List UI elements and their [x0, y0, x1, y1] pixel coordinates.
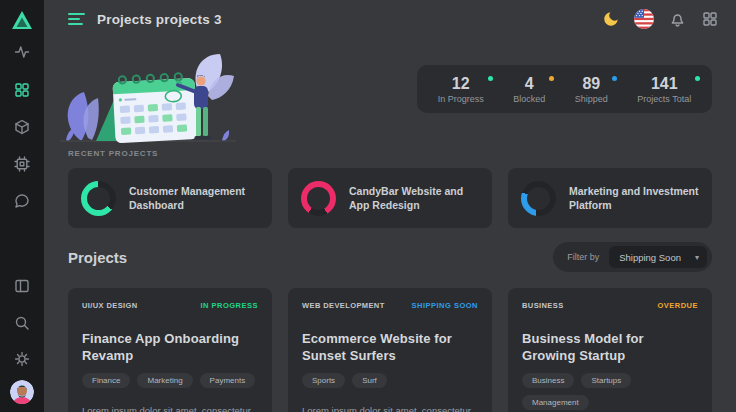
- sidebar-item-search[interactable]: [0, 311, 44, 335]
- page-title: Projects projects 3: [97, 12, 222, 27]
- filter-value: Shipping Soon: [619, 252, 681, 263]
- stat-dot: [695, 76, 700, 81]
- project-card[interactable]: UI/UX DESIGN IN PROGRESS Finance App Onb…: [68, 288, 272, 412]
- tag[interactable]: Marketing: [137, 373, 192, 388]
- user-avatar[interactable]: [10, 380, 34, 404]
- stat-dot: [549, 76, 554, 81]
- cpu-icon: [14, 156, 30, 172]
- project-card[interactable]: BUSINESS OVERDUE Business Model for Grow…: [508, 288, 712, 412]
- filter-pill: Filter by Shipping Soon ▾: [553, 242, 712, 272]
- topbar-actions: [601, 9, 720, 29]
- recent-project-card[interactable]: Marketing and Investment Platform: [508, 168, 712, 228]
- stat-label: In Progress: [438, 94, 484, 104]
- stat-label: Shipped: [575, 94, 608, 104]
- project-category: UI/UX DESIGN: [82, 301, 138, 310]
- stat-value: 89: [582, 75, 600, 93]
- tag[interactable]: Surf: [352, 373, 387, 388]
- recent-projects-row: Customer Management Dashboard CandyBar W…: [68, 168, 712, 228]
- tag[interactable]: Sports: [302, 373, 345, 388]
- recent-project-title: CandyBar Website and App Redesign: [349, 184, 480, 212]
- language-selector[interactable]: [634, 9, 654, 29]
- projects-heading: Projects: [68, 249, 127, 266]
- chevron-down-icon: ▾: [695, 253, 699, 262]
- project-cards-row: UI/UX DESIGN IN PROGRESS Finance App Onb…: [68, 288, 712, 412]
- recent-projects-label: RECENT PROJECTS: [68, 149, 158, 158]
- stat-label: Blocked: [513, 94, 545, 104]
- project-tags: Sports Surf: [302, 373, 478, 388]
- project-card[interactable]: WEB DEVELOPMENT SHIPPING SOON Ecommerce …: [288, 288, 492, 412]
- main-content: 12 In Progress 4 Blocked 89 Shipped 141 …: [44, 38, 736, 412]
- status-badge: OVERDUE: [657, 301, 698, 310]
- tag[interactable]: Management: [522, 395, 589, 410]
- project-title: Ecommerce Website for Sunset Surfers: [302, 331, 478, 364]
- avatar-image: [10, 380, 34, 404]
- stat-shipped: 89 Shipped: [575, 75, 608, 104]
- projects-header: Projects Filter by Shipping Soon ▾: [68, 241, 712, 273]
- menu-toggle-button[interactable]: [68, 13, 85, 25]
- sidebar-item-products[interactable]: [0, 115, 44, 139]
- tag[interactable]: Business: [522, 373, 574, 388]
- calendar-illustration: [58, 52, 238, 147]
- project-category: BUSINESS: [522, 301, 564, 310]
- activity-icon: [14, 44, 30, 60]
- box-icon: [14, 119, 30, 135]
- sidebar-item-messages[interactable]: [0, 189, 44, 213]
- status-badge: SHIPPING SOON: [411, 301, 478, 310]
- progress-ring: [81, 181, 116, 216]
- logo-triangle-icon: [11, 10, 33, 30]
- sidebar-item-dashboard[interactable]: [0, 78, 44, 102]
- stat-value: 4: [525, 75, 534, 93]
- bell-icon: [669, 11, 686, 28]
- apps-menu-button[interactable]: [700, 9, 720, 29]
- dark-mode-toggle[interactable]: [601, 9, 621, 29]
- sidebar-item-settings[interactable]: [0, 347, 44, 371]
- project-title: Business Model for Growing Startup: [522, 331, 698, 364]
- recent-project-card[interactable]: Customer Management Dashboard: [68, 168, 272, 228]
- search-icon: [14, 315, 30, 331]
- progress-ring: [521, 181, 556, 216]
- layout-columns-icon: [14, 278, 30, 294]
- project-title: Finance App Onboarding Revamp: [82, 331, 258, 364]
- moon-icon: [602, 10, 620, 28]
- notifications-button[interactable]: [667, 9, 687, 29]
- stats-summary-card: 12 In Progress 4 Blocked 89 Shipped 141 …: [417, 65, 712, 113]
- stat-value: 141: [651, 75, 678, 93]
- project-excerpt: Lorem ipsum dolor sit amet, consectetur: [302, 405, 478, 412]
- tag[interactable]: Startups: [581, 373, 631, 388]
- project-tags: Finance Marketing Payments: [82, 373, 258, 388]
- project-tags: Business Startups Management: [522, 373, 698, 410]
- dashboard-grid-icon: [14, 82, 30, 98]
- tag[interactable]: Finance: [82, 373, 130, 388]
- stat-blocked: 4 Blocked: [513, 75, 545, 104]
- project-card-header: BUSINESS OVERDUE: [522, 301, 698, 310]
- sidebar: [0, 0, 44, 412]
- us-flag-icon: [634, 9, 654, 29]
- sidebar-item-layout[interactable]: [0, 274, 44, 298]
- sidebar-item-integrations[interactable]: [0, 152, 44, 176]
- stat-value: 12: [452, 75, 470, 93]
- progress-ring: [301, 181, 336, 216]
- stat-projects-total: 141 Projects Total: [637, 75, 691, 104]
- project-card-header: UI/UX DESIGN IN PROGRESS: [82, 301, 258, 310]
- settings-gear-icon: [14, 351, 30, 367]
- stat-in-progress: 12 In Progress: [438, 75, 484, 104]
- project-card-header: WEB DEVELOPMENT SHIPPING SOON: [302, 301, 478, 310]
- filter-label: Filter by: [567, 252, 599, 262]
- project-category: WEB DEVELOPMENT: [302, 301, 385, 310]
- chat-bubble-icon: [14, 193, 30, 209]
- project-excerpt: Lorem ipsum dolor sit amet, consectetur: [82, 405, 258, 412]
- stat-dot: [612, 76, 617, 81]
- stat-dot: [488, 76, 493, 81]
- sidebar-item-activity[interactable]: [0, 40, 44, 64]
- topbar: Projects projects 3: [44, 0, 736, 38]
- app-logo[interactable]: [0, 7, 44, 33]
- tag[interactable]: Payments: [200, 373, 256, 388]
- recent-project-card[interactable]: CandyBar Website and App Redesign: [288, 168, 492, 228]
- recent-project-title: Customer Management Dashboard: [129, 184, 260, 212]
- apps-grid-icon: [702, 11, 718, 27]
- status-badge: IN PROGRESS: [200, 301, 258, 310]
- filter-dropdown[interactable]: Shipping Soon ▾: [609, 246, 707, 268]
- recent-project-title: Marketing and Investment Platform: [569, 184, 700, 212]
- stat-label: Projects Total: [637, 94, 691, 104]
